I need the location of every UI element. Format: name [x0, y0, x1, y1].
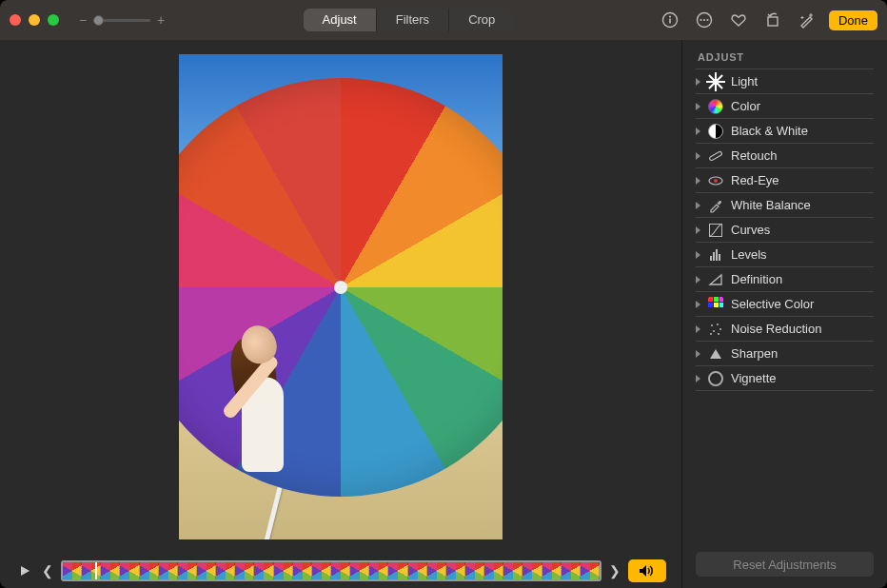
play-button[interactable] — [15, 561, 34, 580]
toolbar-right: Done — [658, 8, 877, 32]
tab-crop[interactable]: Crop — [449, 9, 514, 31]
chevron-right-icon — [696, 350, 700, 358]
window-controls — [10, 14, 59, 26]
svg-rect-12 — [710, 256, 712, 261]
chevron-right-icon — [696, 276, 700, 284]
adjust-label: Levels — [731, 247, 767, 262]
chevron-right-icon — [696, 325, 700, 333]
adjust-retouch[interactable]: Retouch — [696, 144, 874, 168]
adjust-label: Selective Color — [731, 297, 814, 311]
adjust-list: Light Color Black & White — [696, 69, 874, 391]
svg-rect-15 — [719, 254, 720, 261]
chevron-right-icon — [696, 202, 700, 209]
playhead[interactable] — [95, 560, 97, 581]
svg-point-18 — [719, 328, 721, 330]
svg-point-20 — [718, 333, 719, 335]
tab-filters[interactable]: Filters — [377, 9, 449, 31]
auto-enhance-button[interactable] — [795, 8, 819, 32]
half-circle-icon — [708, 124, 723, 139]
svg-rect-7 — [768, 17, 778, 26]
svg-rect-2 — [669, 19, 671, 24]
adjust-selectivecolor[interactable]: Selective Color — [696, 292, 874, 317]
trim-start-handle[interactable]: ❮ — [44, 560, 51, 581]
adjust-color[interactable]: Color — [696, 94, 874, 119]
sharpen-icon — [708, 346, 723, 362]
adjust-noise[interactable]: Noise Reduction — [696, 317, 874, 342]
adjust-sharpen[interactable]: Sharpen — [696, 342, 874, 366]
reset-adjustments-button[interactable]: Reset Adjustments — [696, 552, 874, 577]
adjust-whitebalance[interactable]: White Balance — [696, 193, 874, 218]
curves-icon — [708, 223, 723, 238]
audio-toggle-button[interactable] — [628, 559, 666, 582]
content-area: ❮ ❯ ADJUST — [0, 40, 887, 588]
chevron-right-icon — [696, 251, 700, 259]
svg-point-16 — [711, 324, 713, 326]
chevron-right-icon — [696, 127, 700, 135]
adjust-curves[interactable]: Curves — [696, 218, 874, 243]
chevron-right-icon — [696, 375, 700, 382]
light-icon — [708, 74, 723, 89]
svg-point-19 — [713, 330, 715, 332]
minimize-window-button[interactable] — [29, 14, 40, 26]
chevron-right-icon — [696, 301, 700, 308]
adjust-label: Black & White — [731, 124, 808, 138]
zoom-in-icon: + — [156, 12, 166, 28]
svg-rect-8 — [709, 150, 722, 160]
zoom-track[interactable] — [93, 19, 150, 22]
zoom-out-icon: − — [78, 12, 88, 28]
vignette-icon — [708, 371, 723, 386]
adjust-label: Red-Eye — [731, 173, 779, 187]
filmstrip[interactable] — [61, 560, 601, 581]
photos-edit-window: − + Adjust Filters Crop — [0, 0, 887, 588]
svg-point-5 — [703, 19, 705, 21]
svg-point-4 — [700, 19, 701, 21]
zoom-slider[interactable]: − + — [78, 12, 166, 28]
svg-rect-13 — [713, 252, 715, 261]
titlebar: − + Adjust Filters Crop — [0, 0, 887, 40]
svg-point-10 — [714, 179, 718, 183]
adjust-bw[interactable]: Black & White — [696, 119, 874, 144]
fullscreen-window-button[interactable] — [48, 14, 59, 26]
edit-mode-tabs: Adjust Filters Crop — [304, 9, 515, 31]
svg-point-6 — [706, 19, 708, 21]
adjust-light[interactable]: Light — [696, 69, 874, 94]
favorite-button[interactable] — [726, 8, 751, 32]
sparkle-icon — [708, 322, 723, 337]
rotate-button[interactable] — [760, 8, 785, 32]
zoom-thumb[interactable] — [93, 15, 104, 26]
svg-point-1 — [669, 16, 671, 18]
photo-preview — [179, 54, 503, 539]
adjust-vignette[interactable]: Vignette — [696, 366, 874, 391]
color-grid-icon — [708, 297, 723, 312]
bandage-icon — [708, 148, 723, 164]
sidebar-title: ADJUST — [698, 51, 874, 63]
trim-end-handle[interactable]: ❯ — [611, 560, 619, 581]
eye-icon — [708, 173, 723, 188]
adjust-label: Curves — [731, 223, 770, 237]
adjust-levels[interactable]: Levels — [696, 243, 874, 267]
adjust-label: Definition — [731, 272, 782, 286]
image-canvas[interactable] — [0, 40, 681, 554]
adjust-label: Sharpen — [731, 346, 778, 361]
chevron-right-icon — [696, 103, 700, 110]
done-button[interactable]: Done — [829, 10, 877, 30]
adjust-label: Color — [731, 99, 760, 113]
chevron-right-icon — [696, 152, 700, 160]
more-button[interactable] — [692, 8, 717, 32]
adjust-redeye[interactable]: Red-Eye — [696, 168, 874, 193]
chevron-right-icon — [696, 226, 700, 234]
close-window-button[interactable] — [10, 14, 21, 26]
info-button[interactable] — [658, 8, 682, 32]
levels-icon — [708, 247, 723, 263]
adjust-sidebar: ADJUST Light Color Black & White — [681, 40, 887, 588]
adjust-label: Vignette — [731, 371, 776, 385]
triangle-icon — [708, 272, 723, 287]
color-wheel-icon — [708, 99, 723, 114]
editor-area: ❮ ❯ — [0, 40, 681, 588]
tab-adjust[interactable]: Adjust — [304, 9, 377, 31]
svg-rect-14 — [716, 249, 718, 261]
svg-point-17 — [717, 323, 719, 325]
chevron-right-icon — [696, 177, 700, 185]
video-timeline: ❮ ❯ — [0, 554, 681, 588]
adjust-definition[interactable]: Definition — [696, 267, 874, 292]
